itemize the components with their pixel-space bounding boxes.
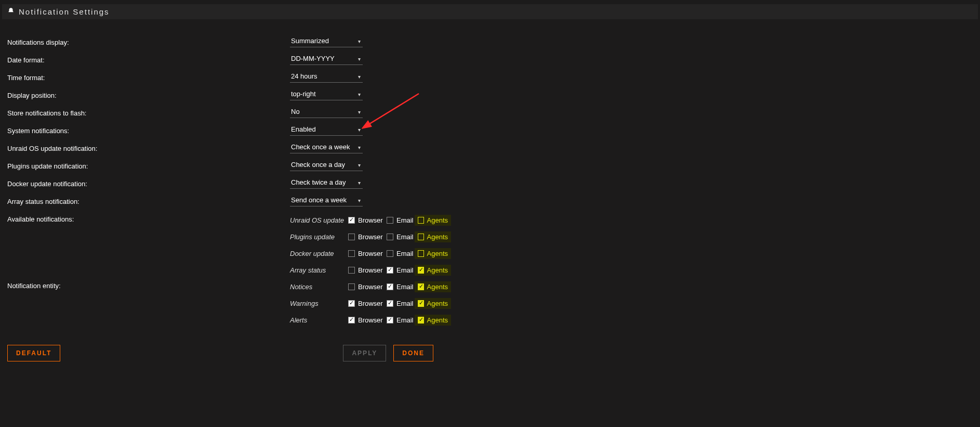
checkbox-agents[interactable]: Agents bbox=[415, 298, 451, 309]
notification-name: Notices bbox=[290, 283, 348, 291]
checkbox-browser-input[interactable] bbox=[348, 217, 355, 224]
checkbox-email-input[interactable] bbox=[387, 267, 393, 274]
checkbox-email[interactable]: Email bbox=[387, 266, 415, 274]
checkbox-browser-input[interactable] bbox=[348, 317, 355, 324]
chevron-down-icon: ▾ bbox=[358, 38, 361, 44]
select-display-position[interactable]: top-right ▾ bbox=[290, 88, 363, 100]
checkbox-agents[interactable]: Agents bbox=[415, 231, 451, 242]
checkbox-browser[interactable]: Browser bbox=[348, 233, 387, 241]
available-notifications-list: Unraid OS updateBrowserEmailAgentsPlugin… bbox=[290, 212, 451, 278]
notification-row: AlertsBrowserEmailAgents bbox=[290, 312, 451, 328]
checkbox-agents-input[interactable] bbox=[418, 317, 424, 324]
checkbox-label: Email bbox=[396, 233, 414, 241]
notification-name: Docker update bbox=[290, 250, 348, 257]
checkbox-email-input[interactable] bbox=[387, 234, 393, 240]
checkbox-browser-input[interactable] bbox=[348, 234, 355, 240]
checkbox-agents[interactable]: Agents bbox=[415, 248, 451, 259]
select-docker-update[interactable]: Check twice a day ▾ bbox=[290, 176, 363, 189]
checkbox-agents[interactable]: Agents bbox=[415, 281, 451, 292]
checkbox-label: Browser bbox=[358, 316, 383, 324]
label-docker-update: Docker update notification: bbox=[7, 176, 290, 188]
checkbox-email[interactable]: Email bbox=[387, 283, 415, 291]
checkbox-label: Agents bbox=[427, 266, 448, 274]
chevron-down-icon: ▾ bbox=[358, 162, 361, 167]
checkbox-email[interactable]: Email bbox=[387, 216, 415, 224]
checkbox-label: Agents bbox=[427, 216, 448, 224]
button-row: DEFAULT APPLY DONE bbox=[7, 345, 980, 361]
checkbox-email-input[interactable] bbox=[387, 283, 393, 290]
label-os-update: Unraid OS update notification: bbox=[7, 141, 290, 152]
notification-name: Unraid OS update bbox=[290, 216, 348, 224]
chevron-down-icon: ▾ bbox=[358, 73, 361, 79]
checkbox-email-input[interactable] bbox=[387, 250, 393, 257]
select-plugins-update[interactable]: Check once a day ▾ bbox=[290, 159, 363, 171]
checkbox-label: Agents bbox=[427, 316, 448, 324]
checkbox-agents-input[interactable] bbox=[418, 267, 424, 274]
notification-name: Warnings bbox=[290, 300, 348, 307]
checkbox-email[interactable]: Email bbox=[387, 300, 415, 307]
checkbox-label: Agents bbox=[427, 250, 448, 257]
notification-row: NoticesBrowserEmailAgents bbox=[290, 278, 451, 295]
notification-entity-list: NoticesBrowserEmailAgentsWarningsBrowser… bbox=[290, 278, 451, 328]
select-date-format[interactable]: DD-MM-YYYY ▾ bbox=[290, 53, 363, 65]
checkbox-email[interactable]: Email bbox=[387, 250, 415, 257]
chevron-down-icon: ▾ bbox=[358, 109, 361, 114]
checkbox-browser-input[interactable] bbox=[348, 300, 355, 307]
checkbox-browser[interactable]: Browser bbox=[348, 300, 387, 307]
checkbox-email[interactable]: Email bbox=[387, 233, 415, 241]
checkbox-email[interactable]: Email bbox=[387, 316, 415, 324]
notification-row: Unraid OS updateBrowserEmailAgents bbox=[290, 212, 451, 228]
done-button[interactable]: DONE bbox=[393, 345, 433, 361]
checkbox-agents-input[interactable] bbox=[418, 234, 424, 240]
notification-row: Plugins updateBrowserEmailAgents bbox=[290, 228, 451, 245]
checkbox-label: Email bbox=[396, 250, 414, 257]
checkbox-email-input[interactable] bbox=[387, 217, 393, 224]
default-button[interactable]: DEFAULT bbox=[7, 345, 60, 361]
checkbox-agents[interactable]: Agents bbox=[415, 265, 451, 276]
label-available-notifications: Available notifications: bbox=[7, 212, 290, 223]
checkbox-agents-input[interactable] bbox=[418, 300, 424, 307]
checkbox-agents-input[interactable] bbox=[418, 217, 424, 224]
label-system-notifications: System notifications: bbox=[7, 123, 290, 135]
page-title: Notification Settings bbox=[19, 7, 110, 16]
chevron-down-icon: ▾ bbox=[358, 56, 361, 61]
checkbox-label: Browser bbox=[358, 283, 383, 291]
chevron-down-icon: ▾ bbox=[358, 144, 361, 150]
label-notifications-display: Notifications display: bbox=[7, 35, 290, 46]
select-time-format[interactable]: 24 hours ▾ bbox=[290, 70, 363, 83]
checkbox-browser-input[interactable] bbox=[348, 267, 355, 274]
select-os-update[interactable]: Check once a week ▾ bbox=[290, 141, 363, 153]
checkbox-agents[interactable]: Agents bbox=[415, 215, 451, 226]
checkbox-browser-input[interactable] bbox=[348, 283, 355, 290]
select-system-notifications[interactable]: Enabled ▾ bbox=[290, 123, 363, 136]
checkbox-agents-input[interactable] bbox=[418, 283, 424, 290]
checkbox-label: Email bbox=[396, 283, 414, 291]
checkbox-label: Agents bbox=[427, 233, 448, 241]
checkbox-browser[interactable]: Browser bbox=[348, 216, 387, 224]
checkbox-label: Browser bbox=[358, 233, 383, 241]
label-array-status: Array status notification: bbox=[7, 194, 290, 205]
select-store-flash[interactable]: No ▾ bbox=[290, 106, 363, 118]
checkbox-label: Email bbox=[396, 216, 414, 224]
checkbox-browser[interactable]: Browser bbox=[348, 316, 387, 324]
checkbox-label: Email bbox=[396, 266, 414, 274]
checkbox-browser[interactable]: Browser bbox=[348, 283, 387, 291]
chevron-down-icon: ▾ bbox=[358, 179, 361, 185]
checkbox-label: Browser bbox=[358, 300, 383, 307]
checkbox-label: Email bbox=[396, 300, 414, 307]
checkbox-browser-input[interactable] bbox=[348, 250, 355, 257]
checkbox-browser[interactable]: Browser bbox=[348, 266, 387, 274]
checkbox-label: Browser bbox=[358, 266, 383, 274]
notification-name: Array status bbox=[290, 266, 348, 274]
checkbox-label: Agents bbox=[427, 283, 448, 291]
select-notifications-display[interactable]: Summarized ▾ bbox=[290, 35, 363, 47]
checkbox-label: Browser bbox=[358, 250, 383, 257]
checkbox-email-input[interactable] bbox=[387, 300, 393, 307]
apply-button[interactable]: APPLY bbox=[343, 345, 386, 361]
checkbox-email-input[interactable] bbox=[387, 317, 393, 324]
checkbox-browser[interactable]: Browser bbox=[348, 250, 387, 257]
checkbox-agents-input[interactable] bbox=[418, 250, 424, 257]
select-array-status[interactable]: Send once a week ▾ bbox=[290, 194, 363, 206]
notification-row: WarningsBrowserEmailAgents bbox=[290, 295, 451, 312]
checkbox-agents[interactable]: Agents bbox=[415, 315, 451, 326]
